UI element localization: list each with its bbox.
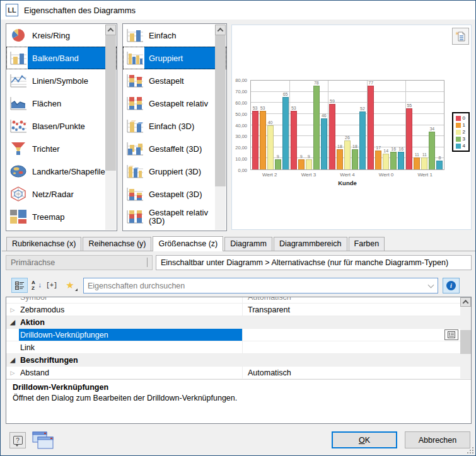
- tab-groessenachse-z[interactable]: Größenachse (z): [153, 236, 223, 251]
- tab-reihenachse-y[interactable]: Reihenachse (y): [83, 237, 151, 251]
- expand-right-icon[interactable]: ▷: [6, 307, 19, 313]
- chart-type-scrollbar[interactable]: [105, 25, 116, 230]
- property-row-abstand[interactable]: ▷ Abstand Automatisch: [6, 367, 460, 379]
- resize-grip[interactable]: [467, 447, 473, 453]
- property-row-drilldown[interactable]: Drilldown-Verknüpfungen: [6, 329, 460, 341]
- ok-button[interactable]: OK: [332, 431, 397, 448]
- legend-swatch: [456, 137, 461, 142]
- expand-right-icon[interactable]: ▷: [6, 370, 19, 376]
- categorized-view-button[interactable]: [11, 278, 28, 293]
- list-item-flaechen[interactable]: Flächen: [6, 92, 117, 115]
- apply-to-windows-icon[interactable]: [30, 431, 54, 451]
- list-item-landkarte[interactable]: Landkarte/Shapefile: [6, 160, 117, 183]
- bar: [329, 104, 335, 169]
- favorites-button[interactable]: ★: [62, 278, 78, 293]
- bar-value-label: 65: [283, 92, 288, 97]
- list-item-blasen-punkte[interactable]: Blasen/Punkte: [6, 115, 117, 137]
- list-item-trichter[interactable]: Trichter: [6, 137, 117, 160]
- list-item-label: Trichter: [28, 137, 105, 160]
- list-item-gestapelt-relativ-3d[interactable]: Gestapelt relativ (3D): [123, 205, 226, 228]
- help-button[interactable]: ?: [9, 432, 26, 448]
- list-item-linien-symbole[interactable]: Linien/Symbole: [6, 69, 117, 92]
- chart-xlabels: Wert 2Wert 3Wert 4Wert 0Wert 1: [250, 172, 444, 178]
- simple-bars-icon: [125, 27, 144, 43]
- chevron-down-icon: [147, 258, 148, 267]
- list-item-gestapelt-relativ[interactable]: Gestapelt relativ: [123, 92, 226, 115]
- list-item-netz-radar[interactable]: Netz/Radar: [6, 183, 117, 205]
- list-item-label: Flächen: [28, 92, 105, 115]
- scrollbar-thumb[interactable]: [215, 35, 226, 186]
- chevron-down-icon[interactable]: [424, 278, 438, 293]
- bar-value-label: 8: [438, 156, 441, 161]
- list-item-kreis-ring[interactable]: Kreis/Ring: [6, 24, 117, 47]
- cancel-button[interactable]: Abbrechen: [405, 431, 470, 448]
- property-grid-scrollbar[interactable]: [460, 297, 471, 380]
- tab-farben[interactable]: Farben: [349, 237, 385, 251]
- chart-preview-pane: ✳ 0,0010,0020,0030,0040,0050,0060,0070,0…: [231, 25, 472, 230]
- list-item-gruppiert[interactable]: Gruppiert: [123, 47, 226, 69]
- list-item-label: Gestapelt relativ: [144, 92, 215, 115]
- cancel-label: Abbrechen: [419, 436, 456, 445]
- bar-value-label: 52: [360, 106, 365, 111]
- help-icon: ?: [13, 436, 23, 445]
- list-item-balken-band[interactable]: Balken/Band: [6, 47, 117, 69]
- bar-value-label: 78: [314, 81, 319, 86]
- bar-value-label: 53: [260, 106, 265, 111]
- tab-diagrammbereich[interactable]: Diagrammbereich: [274, 237, 347, 251]
- bar: [383, 154, 389, 169]
- tab-bar: Rubrikenachse (x) Reihenachse (y) Größen…: [2, 236, 475, 251]
- stacked-3d-bars-icon: [125, 186, 144, 202]
- bar-value-label: 18: [337, 144, 342, 149]
- list-item-gestapelt-3d[interactable]: Gestapelt (3D): [123, 183, 226, 205]
- expand-all-button[interactable]: [+]: [45, 278, 59, 293]
- property-row-link[interactable]: Link: [6, 341, 460, 354]
- bar-value-label: 9: [308, 154, 310, 159]
- title-bar: LL Eigenschaften des Diagramms: [1, 1, 475, 20]
- list-item-label: Einfach (3D): [144, 115, 215, 137]
- legend-item: 0: [456, 115, 465, 121]
- scrollbar-thumb[interactable]: [105, 35, 116, 171]
- collapse-icon[interactable]: ◢: [6, 356, 19, 363]
- scroll-up-icon[interactable]: [215, 25, 226, 35]
- open-drilldown-dialog-button[interactable]: [444, 329, 458, 340]
- x-category-label: Wert 0: [367, 172, 406, 178]
- y-tick-label: 30,00: [235, 134, 247, 139]
- list-item-treemap[interactable]: Treemap: [6, 205, 117, 228]
- list-item-gruppiert-3d[interactable]: Gruppiert (3D): [123, 160, 226, 183]
- chart-subtype-scrollbar[interactable]: [215, 25, 226, 230]
- list-item-gestapelt[interactable]: Gestapelt: [123, 69, 226, 92]
- sort-alphabetical-button[interactable]: AZ↓: [30, 278, 44, 293]
- list-item-gestaffelt-3d[interactable]: Gestaffelt (3D): [123, 137, 226, 160]
- scrollbar-thumb[interactable]: [460, 330, 471, 354]
- list-item-label: Gruppiert (3D): [144, 160, 215, 183]
- list-item-einfach-3d[interactable]: Einfach (3D): [123, 115, 226, 137]
- property-row-symbol[interactable]: Symbol Automatisch: [6, 297, 460, 304]
- group-row-aktion[interactable]: ◢ Aktion: [6, 316, 460, 329]
- bar: [252, 111, 258, 169]
- property-name: Drilldown-Verknüpfungen: [19, 329, 243, 341]
- bar: [260, 111, 266, 169]
- pie-chart-icon: [9, 27, 28, 43]
- collapse-icon[interactable]: ◢: [6, 319, 19, 326]
- search-input[interactable]: [84, 282, 424, 290]
- scroll-up-icon[interactable]: [105, 25, 116, 35]
- list-item-einfach[interactable]: Einfach: [123, 24, 226, 47]
- bar-value-label: 59: [330, 99, 335, 104]
- bar-value-label: 55: [407, 103, 412, 108]
- info-button[interactable]: i: [443, 278, 460, 294]
- group-value: [243, 354, 460, 366]
- group-row-beschriftungen[interactable]: ◢ Beschriftungen: [6, 354, 460, 367]
- real-data-preview-button[interactable]: ✳: [452, 28, 469, 45]
- property-row-zebramodus[interactable]: ▷ Zebramodus Transparent: [6, 304, 460, 316]
- treemap-chart-icon: [9, 208, 28, 225]
- grouped-3d-bars-icon: [125, 163, 144, 180]
- expand-all-icon: [+]: [46, 282, 57, 289]
- y-tick-label: 10,00: [235, 156, 247, 162]
- categorized-icon: [15, 281, 25, 290]
- tab-rubrikenachse-x[interactable]: Rubrikenachse (x): [6, 237, 81, 251]
- scroll-up-icon[interactable]: [460, 297, 471, 307]
- bar: [313, 86, 320, 169]
- bar: [282, 97, 289, 169]
- list-item-label: Blasen/Punkte: [28, 115, 105, 137]
- tab-diagramm[interactable]: Diagramm: [224, 237, 272, 251]
